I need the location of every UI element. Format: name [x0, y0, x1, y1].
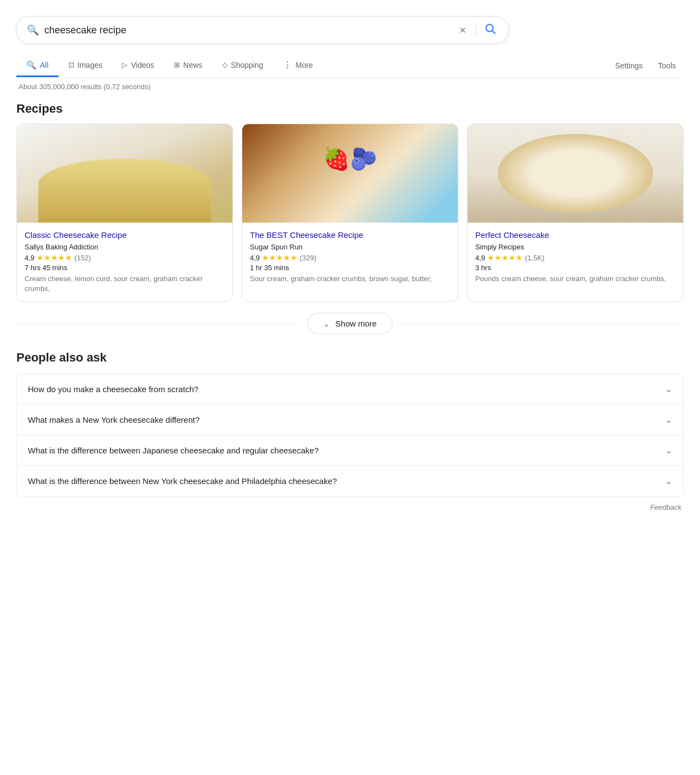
- recipe-card-1-stars: ★★★★★: [37, 253, 72, 262]
- paa-section: People also ask How do you make a cheese…: [16, 351, 684, 497]
- recipe-card-2-image: [242, 124, 458, 223]
- feedback-container: Feedback: [16, 497, 684, 514]
- tab-images-label: Images: [78, 61, 103, 69]
- paa-question-1: How do you make a cheesecake from scratc…: [28, 384, 199, 394]
- recipe-card-1-body: Classic Cheesecake Recipe Sallys Baking …: [17, 223, 232, 301]
- recipe-card-3-body: Perfect Cheesecake Simply Recipes 4,9 ★★…: [468, 223, 683, 292]
- recipe-card-3-rating: 4,9 ★★★★★ (1,5K): [475, 253, 675, 262]
- paa-chevron-1-icon: ⌄: [665, 384, 672, 394]
- recipe-card-1-time: 7 hrs 45 mins: [25, 264, 225, 272]
- results-count: About 305,000,000 results (0,72 seconds): [16, 83, 684, 91]
- recipe-card-3-review-count: (1,5K): [525, 254, 544, 262]
- tab-shopping-label: Shopping: [231, 61, 263, 69]
- recipe-card-3-image: [468, 124, 683, 223]
- recipe-card-3-title[interactable]: Perfect Cheesecake: [475, 229, 675, 241]
- news-tab-icon: ⊞: [174, 61, 180, 69]
- tab-news-label: News: [183, 61, 202, 69]
- tools-link[interactable]: Tools: [650, 56, 684, 75]
- paa-question-4: What is the difference between New York …: [28, 476, 337, 486]
- show-more-label: Show more: [335, 319, 377, 328]
- recipe-card-3[interactable]: Perfect Cheesecake Simply Recipes 4,9 ★★…: [467, 124, 684, 302]
- recipe-card-2-body: The BEST Cheesecake Recipe Sugar Spun Ru…: [242, 223, 458, 292]
- paa-item-4[interactable]: What is the difference between New York …: [17, 466, 683, 496]
- show-more-button[interactable]: ⌄ Show more: [307, 313, 393, 334]
- svg-line-1: [492, 31, 495, 33]
- settings-link[interactable]: Settings: [608, 56, 651, 75]
- tab-all[interactable]: 🔍 All: [16, 55, 59, 77]
- navigation-tabs: 🔍 All ⊡ Images ▷ Videos ⊞ News ◇ Shoppin…: [16, 54, 684, 78]
- tab-more-label: More: [295, 61, 313, 69]
- recipe-card-2-source: Sugar Spun Run: [250, 243, 450, 251]
- show-more-line-left: [16, 323, 299, 324]
- tab-all-label: All: [40, 61, 49, 69]
- images-tab-icon: ⊡: [68, 61, 74, 69]
- tab-videos[interactable]: ▷ Videos: [112, 55, 164, 77]
- recipe-card-1-title[interactable]: Classic Cheesecake Recipe: [25, 229, 225, 241]
- recipe-card-1-image: [17, 124, 232, 223]
- recipe-card-3-time: 3 hrs: [475, 264, 675, 272]
- recipe-card-1-rating-value: 4,9: [25, 254, 34, 262]
- videos-tab-icon: ▷: [122, 61, 127, 69]
- search-icon: 🔍: [27, 24, 39, 36]
- show-more-container: ⌄ Show more: [16, 313, 684, 334]
- paa-item-3[interactable]: What is the difference between Japanese …: [17, 435, 683, 466]
- recipe-card-1[interactable]: Classic Cheesecake Recipe Sallys Baking …: [16, 124, 233, 302]
- more-tab-icon: ⋮: [283, 59, 292, 71]
- show-more-line-right: [401, 323, 684, 324]
- recipe-card-2-title[interactable]: The BEST Cheesecake Recipe: [250, 229, 450, 241]
- recipe-card-2-review-count: (329): [300, 254, 316, 262]
- search-submit-icon: [484, 22, 496, 34]
- search-clear-button[interactable]: ×: [455, 24, 470, 37]
- search-divider: [476, 24, 476, 37]
- recipe-card-1-ingredients: Cream cheese, lemon curd, sour cream, gr…: [25, 274, 225, 294]
- chevron-down-icon: ⌄: [323, 319, 330, 328]
- feedback-link[interactable]: Feedback: [650, 503, 681, 511]
- recipes-section: Recipes Classic Cheesecake Recipe Sallys…: [16, 102, 684, 334]
- tab-news[interactable]: ⊞ News: [164, 55, 212, 77]
- search-input[interactable]: cheesecake recipe: [44, 25, 455, 36]
- recipe-card-1-source: Sallys Baking Addiction: [25, 243, 225, 251]
- paa-chevron-4-icon: ⌄: [665, 476, 672, 486]
- tab-shopping[interactable]: ◇ Shopping: [212, 55, 273, 77]
- paa-question-3: What is the difference between Japanese …: [28, 446, 319, 455]
- shopping-tab-icon: ◇: [222, 61, 228, 69]
- recipe-card-1-review-count: (152): [74, 254, 91, 262]
- recipes-section-title: Recipes: [16, 102, 684, 116]
- recipe-card-3-ingredients: Pounds cream cheese, sour cream, graham …: [475, 274, 675, 284]
- recipe-card-2-rating-value: 4,9: [250, 254, 260, 262]
- tab-images[interactable]: ⊡ Images: [59, 55, 113, 77]
- search-submit-button[interactable]: [482, 22, 498, 38]
- recipe-card-1-rating: 4,9 ★★★★★ (152): [25, 253, 225, 262]
- recipe-cards-container: Classic Cheesecake Recipe Sallys Baking …: [16, 124, 684, 302]
- recipe-card-2-rating: 4,9 ★★★★★ (329): [250, 253, 450, 262]
- recipe-card-3-rating-value: 4,9: [475, 254, 485, 262]
- recipe-card-3-source: Simply Recipes: [475, 243, 675, 251]
- recipe-card-2-stars: ★★★★★: [262, 253, 298, 262]
- paa-list: How do you make a cheesecake from scratc…: [16, 374, 684, 497]
- all-tab-icon: 🔍: [26, 60, 37, 70]
- search-bar: 🔍 cheesecake recipe ×: [16, 16, 509, 44]
- paa-item-1[interactable]: How do you make a cheesecake from scratc…: [17, 374, 683, 405]
- recipe-card-2[interactable]: The BEST Cheesecake Recipe Sugar Spun Ru…: [242, 124, 458, 302]
- search-bar-container: 🔍 cheesecake recipe ×: [16, 16, 684, 44]
- paa-chevron-3-icon: ⌄: [665, 445, 672, 456]
- paa-chevron-2-icon: ⌄: [665, 415, 672, 425]
- paa-question-2: What makes a New York cheesecake differe…: [28, 415, 200, 424]
- tab-videos-label: Videos: [131, 61, 154, 69]
- tab-more[interactable]: ⋮ More: [273, 54, 323, 78]
- paa-section-title: People also ask: [16, 351, 684, 365]
- recipe-card-2-time: 1 hr 35 mins: [250, 264, 450, 272]
- paa-item-2[interactable]: What makes a New York cheesecake differe…: [17, 405, 683, 435]
- recipe-card-2-ingredients: Sour cream, graham cracker crumbs, brown…: [250, 274, 450, 284]
- recipe-card-3-stars: ★★★★★: [487, 253, 523, 262]
